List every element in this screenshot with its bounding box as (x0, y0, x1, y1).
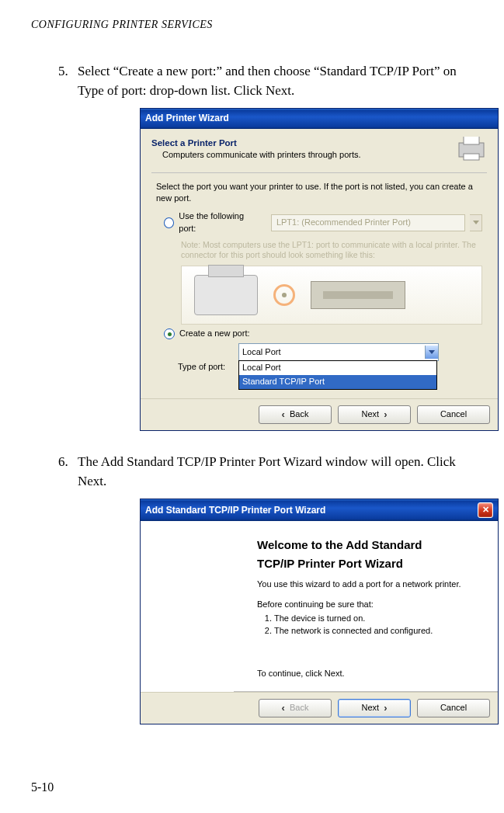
requirement-2: The network is connected and configured. (274, 625, 482, 638)
note-text: Note: Most computers use the LPT1: port … (181, 240, 482, 261)
wizard-heading: Select a Printer Port (151, 137, 487, 150)
continue-hint: To continue, click Next. (257, 668, 482, 680)
wizard-heading-line1: Welcome to the Add Standard (257, 537, 482, 554)
wizard-description: Computers communicate with printers thro… (162, 149, 487, 162)
chevron-down-icon[interactable] (425, 346, 438, 359)
svg-rect-2 (464, 154, 479, 160)
close-icon[interactable]: ✕ (478, 502, 493, 518)
step-6: The Add Standard TCP/IP Printer Port Wiz… (71, 453, 473, 724)
page-header: CONFIGURING PRINTER SERVICES (31, 19, 473, 31)
before-continuing-label: Before continuing be sure that: (257, 599, 482, 611)
chevron-down-icon (470, 214, 482, 231)
next-button[interactable]: Next (338, 699, 411, 717)
wizard-heading-line2: TCP/IP Printer Port Wizard (257, 555, 482, 572)
back-button[interactable]: Back (259, 405, 332, 424)
port-illustration (181, 266, 482, 325)
wizard-lead: You use this wizard to add a port for a … (257, 578, 482, 591)
page-number: 5-10 (31, 780, 54, 794)
titlebar: Add Printer Wizard (141, 109, 498, 128)
step-5: Select “Create a new port:” and then cho… (71, 62, 473, 431)
add-tcpip-port-wizard-window: Add Standard TCP/IP Printer Port Wizard … (140, 499, 499, 724)
window-title: Add Printer Wizard (145, 112, 229, 125)
cancel-button[interactable]: Cancel (417, 699, 490, 717)
option-standard-tcpip-port[interactable]: Standard TCP/IP Port (239, 375, 436, 389)
svg-rect-1 (464, 137, 479, 144)
cancel-button[interactable]: Cancel (417, 405, 490, 424)
printer-header-icon (456, 137, 487, 163)
window-title: Add Standard TCP/IP Printer Port Wizard (145, 504, 325, 517)
requirement-1: The device is turned on. (274, 613, 482, 625)
lpt1-field: LPT1: (Recommended Printer Port) (271, 214, 465, 231)
option-local-port[interactable]: Local Port (239, 361, 436, 375)
back-button: Back (259, 699, 332, 717)
radio-use-following-port[interactable]: Use the following port: LPT1: (Recommend… (164, 210, 482, 235)
add-printer-wizard-window: Add Printer Wizard Select a Printer Port… (140, 108, 499, 431)
type-of-port-label: Type of port: (178, 361, 234, 373)
next-button[interactable]: Next (338, 405, 411, 424)
instruction-text: Select the port you want your printer to… (156, 181, 482, 204)
wizard-side-graphic (141, 521, 234, 692)
radio-create-new-port[interactable]: Create a new port: (164, 328, 482, 340)
titlebar: Add Standard TCP/IP Printer Port Wizard … (141, 499, 498, 521)
type-of-port-list[interactable]: Local Port Standard TCP/IP Port (238, 360, 437, 390)
type-of-port-combo[interactable]: Local Port Local Port Standard TCP/IP Po… (238, 343, 439, 391)
